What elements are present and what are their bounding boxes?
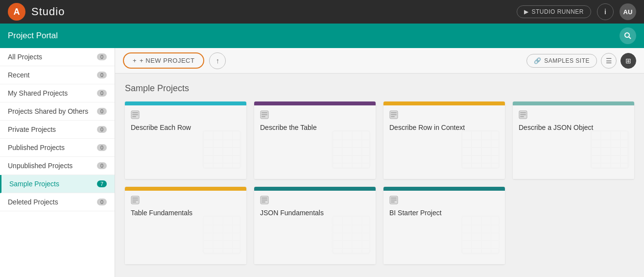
svg-rect-42 <box>591 131 628 168</box>
sidebar-item-unpublished-projects[interactable]: Unpublished Projects 0 <box>0 157 115 175</box>
card-type-icon <box>131 196 240 206</box>
svg-rect-18 <box>333 131 370 168</box>
grid-view-button[interactable]: ⊞ <box>620 53 636 69</box>
runner-icon: ▶ <box>524 8 529 15</box>
card-type-icon <box>260 110 370 121</box>
sidebar-item-badge: 0 <box>97 53 107 60</box>
upload-button[interactable]: ↑ <box>209 52 226 69</box>
sidebar-item-label: Sample Projects <box>9 180 59 188</box>
card-title: Describe Each Row <box>131 124 240 131</box>
sidebar-item-all-projects[interactable]: All Projects 0 <box>0 48 115 66</box>
sidebar-item-label: Deleted Projects <box>8 198 58 206</box>
toolbar: + + NEW PROJECT ↑ 🔗 SAMPLES SITE ☰ ⊞ <box>115 48 644 74</box>
card-body: Describe a JSON Object <box>513 105 634 179</box>
card-watermark <box>202 130 241 174</box>
sidebar-item-badge: 0 <box>97 72 107 78</box>
link-icon: 🔗 <box>534 57 542 64</box>
project-card-table-fundamentals[interactable]: Table Fundamentals <box>125 187 246 264</box>
projects-grid: Describe Each Row <box>125 101 634 264</box>
card-watermark <box>461 215 500 259</box>
svg-rect-15 <box>262 112 267 113</box>
sidebar-item-label: Projects Shared by Others <box>8 107 88 115</box>
sidebar-item-published-projects[interactable]: Published Projects 0 <box>0 139 115 157</box>
card-color-bar <box>125 101 246 105</box>
card-body: BI Starter Project <box>383 191 505 264</box>
new-project-label: + NEW PROJECT <box>140 57 194 64</box>
card-watermark <box>590 130 629 174</box>
svg-rect-77 <box>391 201 395 202</box>
project-card-describe-json-object[interactable]: Describe a JSON Object <box>513 101 634 179</box>
sidebar-item-recent[interactable]: Recent 0 <box>0 66 115 84</box>
svg-rect-5 <box>132 116 136 117</box>
card-title: Describe a JSON Object <box>519 124 628 131</box>
sidebar-item-label: Recent <box>8 71 29 79</box>
project-card-bi-starter-project[interactable]: BI Starter Project <box>383 187 505 264</box>
card-watermark <box>202 215 241 259</box>
sidebar-item-badge: 0 <box>97 199 107 205</box>
svg-rect-64 <box>262 200 267 201</box>
card-type-icon <box>519 110 628 121</box>
project-card-describe-row-in-context[interactable]: Describe Row in Context <box>383 101 505 179</box>
toolbar-right: 🔗 SAMPLES SITE ☰ ⊞ <box>526 53 636 69</box>
list-view-button[interactable]: ☰ <box>601 53 617 69</box>
card-color-bar <box>125 187 246 191</box>
svg-rect-54 <box>203 216 240 253</box>
svg-rect-78 <box>462 216 499 253</box>
new-project-button[interactable]: + + NEW PROJECT <box>123 52 204 69</box>
sidebar-item-badge: 0 <box>97 162 107 169</box>
svg-rect-75 <box>391 198 397 199</box>
card-body: Describe Each Row <box>125 105 246 179</box>
sidebar-item-sample-projects[interactable]: Sample Projects 7 <box>0 175 115 193</box>
sidebar-item-badge: 0 <box>97 108 107 115</box>
svg-rect-30 <box>462 131 499 168</box>
svg-rect-17 <box>262 116 265 117</box>
sidebar-item-deleted-projects[interactable]: Deleted Projects 0 <box>0 193 115 211</box>
svg-rect-52 <box>132 200 138 201</box>
sidebar-item-projects-shared-by-others[interactable]: Projects Shared by Others 0 <box>0 102 115 121</box>
card-watermark <box>332 215 371 259</box>
projects-content: Sample Projects Describe Each Row <box>115 74 644 274</box>
plus-icon: + <box>133 57 137 64</box>
card-title: BI Starter Project <box>389 209 499 217</box>
svg-rect-65 <box>262 201 265 202</box>
project-card-json-fundamentals[interactable]: JSON Fundamentals <box>254 187 376 264</box>
search-button[interactable] <box>620 27 636 44</box>
svg-rect-4 <box>132 114 138 115</box>
card-title: Describe the Table <box>260 124 370 131</box>
studio-runner-button[interactable]: ▶ STUDIO RUNNER <box>517 5 591 18</box>
svg-rect-6 <box>203 131 240 168</box>
card-body: Describe Row in Context <box>383 105 505 179</box>
sub-header: Project Portal <box>0 24 644 48</box>
sidebar-item-label: Unpublished Projects <box>8 162 72 170</box>
card-type-icon <box>260 196 370 206</box>
logo[interactable]: A <box>8 3 25 21</box>
svg-rect-40 <box>520 114 526 115</box>
sidebar-item-my-shared-projects[interactable]: My Shared Projects 0 <box>0 84 115 102</box>
svg-rect-41 <box>520 116 524 117</box>
sidebar: All Projects 0 Recent 0 My Shared Projec… <box>0 48 115 277</box>
card-title: Describe Row in Context <box>389 124 499 131</box>
card-body: JSON Fundamentals <box>254 191 376 264</box>
svg-rect-66 <box>333 216 370 253</box>
card-title: Table Fundamentals <box>131 209 240 217</box>
sidebar-item-label: Private Projects <box>8 126 56 133</box>
content-area: + + NEW PROJECT ↑ 🔗 SAMPLES SITE ☰ ⊞ <box>115 48 644 277</box>
sidebar-item-label: All Projects <box>8 53 42 61</box>
section-title: Sample Projects <box>125 83 634 94</box>
card-color-bar <box>254 187 376 191</box>
svg-rect-27 <box>391 112 397 113</box>
info-button[interactable]: i <box>597 3 614 20</box>
project-card-describe-the-table[interactable]: Describe the Table <box>254 101 376 179</box>
samples-site-button[interactable]: 🔗 SAMPLES SITE <box>526 54 597 68</box>
sidebar-item-private-projects[interactable]: Private Projects 0 <box>0 121 115 139</box>
card-color-bar <box>383 101 505 105</box>
svg-rect-16 <box>262 114 267 115</box>
card-body: Table Fundamentals <box>125 191 246 264</box>
card-watermark <box>332 130 371 174</box>
project-card-describe-each-row[interactable]: Describe Each Row <box>125 101 246 179</box>
svg-line-1 <box>629 37 631 39</box>
avatar-button[interactable]: AU <box>620 3 636 20</box>
main-layout: All Projects 0 Recent 0 My Shared Projec… <box>0 48 644 277</box>
grid-icon: ⊞ <box>625 57 631 65</box>
card-type-icon <box>389 196 499 206</box>
